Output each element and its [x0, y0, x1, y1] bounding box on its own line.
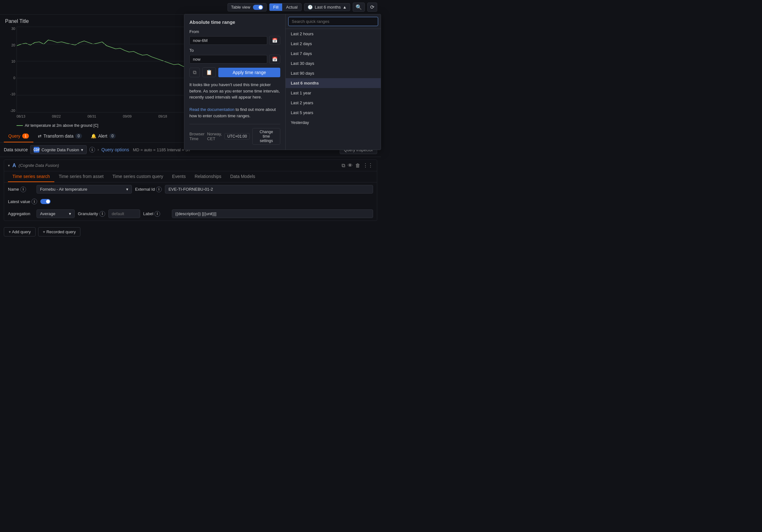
browser-tz: Norway, CET — [207, 131, 222, 141]
latest-value-row: Latest value ℹ — [4, 196, 377, 207]
bottom-bar: + Add query + Recorded query — [0, 223, 381, 240]
to-row: 📅 — [190, 55, 280, 64]
latest-value-info-icon[interactable]: ℹ — [32, 198, 37, 204]
tab-transform-icon: ⇄ — [38, 133, 41, 139]
absolute-time-range-panel: Absolute time range From 📅 To 📅 ⧉ 📋 Appl… — [184, 14, 286, 150]
legend-label: Air temperature at 2m above the ground [… — [25, 123, 98, 128]
query-badge: 1 — [22, 133, 29, 139]
label-label: Label ℹ — [143, 211, 169, 217]
granularity-info-icon[interactable]: ℹ — [100, 211, 105, 217]
sub-tab-data-models[interactable]: Data Models — [226, 171, 260, 182]
utc-badge: UTC+01:00 — [224, 133, 250, 139]
external-id-input[interactable] — [165, 185, 373, 193]
from-row: 📅 — [190, 36, 280, 45]
paste-button[interactable]: 📋 — [202, 67, 216, 77]
search-quick-ranges — [286, 14, 381, 29]
time-range-button[interactable]: 🕐 Last 6 months ▲ — [304, 3, 350, 11]
quick-range-last-30-days[interactable]: Last 30 days — [286, 58, 381, 68]
apply-time-range-button[interactable]: Apply time range — [218, 68, 280, 77]
from-calendar-icon[interactable]: 📅 — [269, 36, 280, 45]
delete-query-icon[interactable]: 🗑 — [355, 163, 360, 169]
table-view-toggle[interactable]: Table view — [228, 3, 267, 11]
quick-range-last-1-year[interactable]: Last 1 year — [286, 88, 381, 98]
to-label: To — [190, 48, 280, 53]
sub-tab-custom-query[interactable]: Time series custom query — [108, 171, 168, 182]
quick-range-last-2-days[interactable]: Last 2 days — [286, 39, 381, 49]
clock-icon: 🕐 — [308, 5, 313, 10]
quick-range-last-2-hours[interactable]: Last 2 hours — [286, 29, 381, 39]
collapse-button[interactable]: ▾ — [8, 163, 10, 168]
sub-tab-relationships[interactable]: Relationships — [190, 171, 226, 182]
aggregation-chevron: ▾ — [69, 211, 71, 216]
time-range-label: Last 6 months — [315, 5, 341, 10]
aggregation-row: Aggregation Average ▾ Granularity ℹ Labe… — [4, 207, 377, 221]
quick-ranges-panel: Last 2 hours Last 2 days Last 7 days Las… — [286, 14, 381, 150]
table-view-switch[interactable] — [253, 5, 263, 10]
sub-tabs: Time series search Time series from asse… — [4, 171, 377, 183]
drag-query-icon[interactable]: ⋮⋮ — [363, 162, 373, 169]
ext-id-info-icon[interactable]: ℹ — [156, 187, 162, 192]
name-chevron: ▾ — [126, 187, 128, 191]
copy-query-icon[interactable]: ⧉ — [342, 163, 345, 169]
doc-link[interactable]: Read the documentation — [190, 107, 235, 112]
fill-button[interactable]: Fill — [269, 4, 282, 11]
query-datasource-name: (Cognite Data Fusion) — [19, 163, 59, 168]
sub-tab-time-series-search[interactable]: Time series search — [8, 171, 54, 182]
y-axis: 30 20 10 0 -10 -20 — [5, 27, 17, 113]
latest-value-toggle[interactable] — [40, 199, 50, 204]
quick-ranges-list: Last 2 hours Last 2 days Last 7 days Las… — [286, 29, 381, 150]
chevron-up-icon: ▲ — [343, 5, 347, 10]
quick-range-yesterday[interactable]: Yesterday — [286, 117, 381, 127]
label-info-icon[interactable]: ℹ — [154, 211, 160, 217]
search-quick-input[interactable] — [288, 17, 378, 26]
query-options-link[interactable]: Query options — [101, 147, 129, 152]
to-calendar-icon[interactable]: 📅 — [269, 55, 280, 64]
quick-range-last-2-years[interactable]: Last 2 years — [286, 98, 381, 108]
add-query-button[interactable]: + Add query — [4, 227, 36, 236]
name-row: Name ℹ Fornebu - Air temperature ▾ Exter… — [4, 183, 377, 196]
to-input[interactable] — [190, 55, 267, 64]
datasource-select[interactable]: CDF Cognite Data Fusion ▾ — [30, 145, 87, 154]
label-input[interactable] — [172, 209, 373, 218]
change-time-settings-button[interactable]: Change time settings — [252, 128, 280, 145]
query-letter-label: A — [12, 163, 16, 169]
legend-line — [17, 125, 23, 126]
refresh-button[interactable]: ⟳ — [367, 3, 377, 12]
recorded-query-button[interactable]: + Recorded query — [38, 227, 81, 236]
aggregation-dropdown[interactable]: Average ▾ — [37, 209, 75, 218]
quick-range-last-7-days[interactable]: Last 7 days — [286, 49, 381, 58]
tab-transform[interactable]: ⇄ Transform data 0 — [34, 130, 86, 142]
abs-actions: ⧉ 📋 Apply time range — [190, 67, 280, 77]
tab-transform-label: Transform data — [43, 133, 73, 139]
aggregation-label: Aggregation — [8, 211, 34, 216]
quick-range-last-90-days[interactable]: Last 90 days — [286, 68, 381, 78]
alert-icon: 🔔 — [91, 133, 96, 139]
tab-alert[interactable]: 🔔 Alert 0 — [86, 130, 120, 142]
latest-value-label: Latest value ℹ — [8, 198, 37, 204]
name-dropdown[interactable]: Fornebu - Air temperature ▾ — [37, 185, 132, 193]
datasource-info-icon[interactable]: ℹ — [89, 147, 95, 153]
latest-toggle-knob — [46, 199, 50, 203]
quick-range-last-6-months[interactable]: Last 6 months — [286, 78, 381, 88]
chevron-down-icon: ▾ — [81, 147, 83, 152]
sub-tab-time-series-asset[interactable]: Time series from asset — [54, 171, 108, 182]
granularity-input[interactable] — [108, 209, 140, 218]
copy-to-clipboard-button[interactable]: ⧉ — [190, 68, 200, 77]
breadcrumb-chevron: › — [98, 147, 99, 152]
tab-query[interactable]: Query 1 — [4, 130, 34, 142]
datasource-name: Cognite Data Fusion — [41, 147, 79, 152]
toggle-knob — [259, 5, 263, 9]
zoom-button[interactable]: 🔍 — [353, 3, 365, 12]
browser-time-label: Browser Time — [190, 131, 205, 141]
sub-tab-events[interactable]: Events — [168, 171, 190, 182]
query-block: ▾ A (Cognite Data Fusion) ⧉ 👁 🗑 ⋮⋮ Time … — [4, 160, 377, 221]
from-label: From — [190, 29, 280, 34]
tab-query-label: Query — [8, 133, 20, 139]
from-input[interactable] — [190, 36, 267, 45]
query-actions: ⧉ 👁 🗑 ⋮⋮ — [342, 162, 373, 169]
alert-badge: 0 — [109, 133, 116, 139]
hide-query-icon[interactable]: 👁 — [347, 163, 353, 169]
quick-range-last-5-years[interactable]: Last 5 years — [286, 108, 381, 117]
actual-button[interactable]: Actual — [282, 4, 301, 11]
name-info-icon[interactable]: ℹ — [20, 187, 26, 192]
